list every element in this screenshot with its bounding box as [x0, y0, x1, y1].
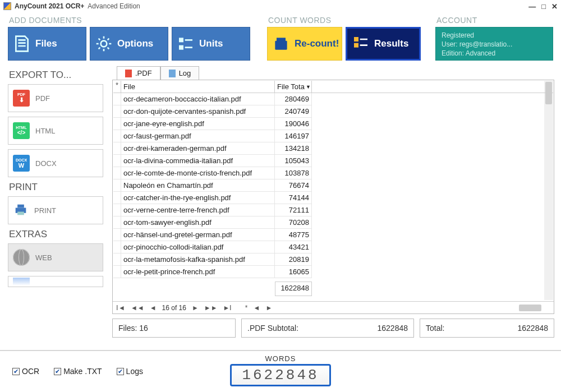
app-edition: Advanced Edition [88, 2, 140, 10]
pdf-icon: PDF⬇ [13, 90, 30, 107]
extras-web-button[interactable]: WEB [8, 243, 103, 271]
col-file[interactable]: File [121, 81, 275, 93]
col-star[interactable]: * [113, 81, 121, 93]
nav-page-indicator: 16 of 16 [162, 304, 186, 312]
svg-rect-9 [17, 211, 24, 215]
results-grid-panel: * File File Tota▼ ocr-decameron-boccacci… [112, 80, 554, 314]
cell-file: ocr-verne-centre-terre-french.pdf [121, 204, 275, 216]
cell-file: ocr-tom-sawyer-english.pdf [121, 216, 275, 229]
export-heading: EXPORT TO... [9, 70, 108, 81]
table-row[interactable]: ocr-tom-sawyer-english.pdf70208 [113, 216, 553, 229]
units-icon [172, 35, 199, 53]
logs-checkbox[interactable]: ✔Logs [117, 367, 143, 376]
group-count-words: COUNT WORDS [268, 16, 421, 25]
tab-pdf[interactable]: .PDF [117, 66, 160, 80]
table-row[interactable]: ocr-don-quijote-cervantes-spanish.pdf240… [113, 105, 553, 118]
svg-rect-3 [275, 41, 287, 50]
cell-file: ocr-drei-kameraden-german.pdf [121, 142, 275, 155]
close-button[interactable]: ✕ [551, 2, 558, 11]
print-button[interactable]: PRINT [8, 196, 103, 224]
cell-file: ocr-jane-eyre-english.pdf [121, 118, 275, 130]
svg-rect-4 [277, 38, 286, 41]
cell-total: 72111 [275, 204, 312, 216]
account-panel[interactable]: Registered User: regs@translatio... Edit… [435, 27, 553, 61]
word-counter: 1622848 [230, 364, 330, 386]
grid-header: * File File Tota▼ [113, 81, 553, 93]
html-icon: HTML</> [13, 122, 30, 139]
group-account: ACCOUNT [436, 16, 553, 25]
cell-total: 16065 [275, 266, 312, 278]
table-row[interactable]: ocr-la-divina-commedia-italian.pdf105043 [113, 155, 553, 167]
account-user: User: regs@translatio... [442, 40, 547, 49]
table-row[interactable]: ocr-hänsel-und-gretel-german.pdf48775 [113, 229, 553, 241]
units-button[interactable]: Units [172, 27, 250, 61]
cell-total: 105043 [275, 155, 312, 167]
minimize-button[interactable]: — [528, 2, 536, 11]
cell-file: ocr-decameron-boccaccio-italian.pdf [121, 93, 275, 105]
title-bar: AnyCount 2021 OCR+ Advanced Edition — □ … [0, 0, 561, 12]
group-add-documents: ADD DOCUMENTS [9, 16, 250, 25]
cell-total: 76674 [275, 179, 312, 192]
results-button[interactable]: Results [346, 27, 421, 61]
cell-total: 146197 [275, 130, 312, 142]
nav-action-2[interactable]: ◄ [253, 304, 260, 312]
export-pdf-button[interactable]: PDF⬇ PDF [8, 84, 103, 112]
svg-rect-8 [17, 204, 24, 207]
table-row[interactable]: ocr-drei-kameraden-german.pdf134218 [113, 142, 553, 155]
cell-total: 74144 [275, 192, 312, 204]
table-row[interactable]: ocr-verne-centre-terre-french.pdf72111 [113, 204, 553, 216]
svg-rect-5 [354, 37, 358, 41]
svg-rect-6 [354, 43, 358, 48]
cell-file: Napoleón en Chamartín.pdf [121, 179, 275, 192]
nav-next[interactable]: ► [192, 304, 199, 312]
nav-action-1[interactable]: * [245, 304, 248, 312]
cell-file: ocr-pinocchio-collodi-italian.pdf [121, 241, 275, 253]
extras-item-partial[interactable] [8, 276, 103, 287]
export-html-button[interactable]: HTML</> HTML [8, 117, 103, 145]
main-panel: .PDF Log * File File Tota▼ ocr-decameron… [112, 66, 554, 338]
table-row[interactable]: ocr-la-metamofosis-kafka-spanish.pdf2081… [113, 253, 553, 266]
horizontal-scrollbar[interactable] [519, 305, 541, 311]
ribbon: ADD DOCUMENTS Files Options Units COUNT … [0, 12, 561, 66]
recount-button[interactable]: Re-count! [267, 27, 342, 61]
account-status: Registered [442, 31, 547, 40]
nav-first[interactable]: ꓲ◄ [116, 304, 125, 312]
cell-file: ocr-catcher-in-the-rye-english.pdf [121, 192, 275, 204]
cell-total: 48775 [275, 229, 312, 241]
files-button[interactable]: Files [8, 27, 86, 61]
cell-total: 190046 [275, 118, 312, 130]
table-row[interactable]: ocr-le-comte-de-monte-cristo-french.pdf1… [113, 167, 553, 179]
table-row[interactable]: ocr-faust-german.pdf146197 [113, 130, 553, 142]
table-row[interactable]: ocr-pinocchio-collodi-italian.pdf43421 [113, 241, 553, 253]
table-row[interactable]: Napoleón en Chamartín.pdf76674 [113, 179, 553, 192]
grid-sum-row: 1622848 [113, 282, 553, 296]
nav-action-3[interactable]: ► [265, 304, 272, 312]
nav-spacer [237, 304, 239, 312]
cell-total: 20819 [275, 253, 312, 266]
counter-label: WORDS [265, 354, 296, 363]
ocr-checkbox[interactable]: ✔OCR [12, 367, 39, 376]
sort-desc-icon: ▼ [306, 84, 311, 90]
nav-prev-page[interactable]: ◄◄ [131, 304, 144, 312]
nav-last[interactable]: ►ꓲ [223, 304, 232, 312]
nav-next-page[interactable]: ►► [204, 304, 218, 312]
tab-log[interactable]: Log [160, 66, 200, 80]
extras-heading: EXTRAS [9, 229, 108, 240]
stat-files: Files: 16 [112, 319, 236, 338]
table-row[interactable]: ocr-catcher-in-the-rye-english.pdf74144 [113, 192, 553, 204]
footer: ✔OCR ✔Make .TXT ✔Logs WORDS 1622848 [0, 350, 561, 392]
cell-file: ocr-le-petit-prince-french.pdf [121, 266, 275, 278]
cell-total: 103878 [275, 167, 312, 179]
maximize-button[interactable]: □ [541, 2, 546, 11]
cell-file: ocr-faust-german.pdf [121, 130, 275, 142]
table-row[interactable]: ocr-le-petit-prince-french.pdf16065 [113, 266, 553, 278]
table-row[interactable]: ocr-decameron-boccaccio-italian.pdf28046… [113, 93, 553, 105]
nav-prev[interactable]: ◄ [150, 304, 157, 312]
options-button[interactable]: Options [90, 27, 168, 61]
log-tab-icon [169, 70, 176, 77]
col-file-total[interactable]: File Tota▼ [275, 81, 312, 93]
table-row[interactable]: ocr-jane-eyre-english.pdf190046 [113, 118, 553, 130]
export-docx-button[interactable]: DOCXW DOCX [8, 149, 103, 177]
account-edition: Edition: Advanced [442, 49, 547, 58]
make-txt-checkbox[interactable]: ✔Make .TXT [54, 367, 102, 376]
